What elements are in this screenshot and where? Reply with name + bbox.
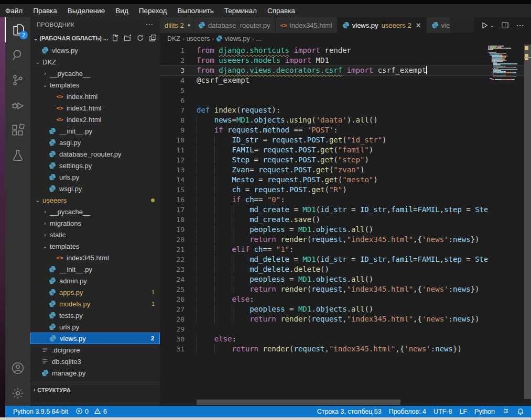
vertical-scrollbar[interactable] — [524, 45, 531, 399]
tree-item-index345-html[interactable]: <>index345.html — [30, 252, 160, 263]
tree-item-urls-py[interactable]: urls.py — [30, 171, 160, 183]
tree-item-templates[interactable]: ⌄templates — [30, 79, 160, 91]
tree-item-migrations[interactable]: ›migrations — [30, 217, 160, 229]
tab-index345-html[interactable]: <>index345.html — [276, 17, 338, 33]
line-number: 26 — [160, 294, 185, 304]
tree-item-apps-py[interactable]: apps.py1 — [30, 286, 160, 298]
tree-item--pycache-[interactable]: ›__pycache__ — [30, 206, 160, 217]
tab-database-roouter-py[interactable]: database_roouter.py — [193, 17, 276, 33]
tree-item-db-sqlite3[interactable]: db.sqlite3 — [30, 356, 160, 367]
tree-item-views-py[interactable]: views.py — [30, 45, 160, 56]
menu-item-7[interactable]: Терминал — [219, 7, 262, 15]
tree-item-dkz[interactable]: ⌄DKZ — [30, 56, 160, 68]
horizontal-scrollbar[interactable] — [197, 400, 400, 405]
refresh-icon[interactable] — [136, 34, 144, 43]
encoding-status[interactable]: UTF-8 — [430, 406, 456, 417]
tab-views-py[interactable]: views.pyuseeers 2✕ — [338, 17, 427, 33]
menu-item-6[interactable]: Выполнить — [172, 7, 219, 15]
explorer-more-actions-button[interactable]: ⋯ — [145, 20, 154, 29]
tree-item-label: database_roouter.py — [59, 150, 122, 158]
tree-item-wsgi-py[interactable]: wsgi.py — [30, 183, 160, 194]
language-mode-status[interactable]: Python — [471, 406, 499, 417]
collapse-all-icon[interactable] — [149, 34, 157, 43]
tree-item-urls-py[interactable]: urls.py — [30, 321, 160, 333]
tree-item-settings-py[interactable]: settings.py — [30, 160, 160, 171]
problems-status[interactable]: 0 6 — [72, 406, 111, 417]
tree-item-index1-html[interactable]: <>index1.html — [30, 102, 160, 114]
explorer-sidebar: ПРОВОДНИК ⋯ ⌄ (РАБОЧАЯ ОБЛАСТЬ) ... view… — [30, 17, 160, 406]
tree-item--init-py[interactable]: __init__.py — [30, 263, 160, 275]
tab-bar: diiits 2●database_roouter.py<>index345.h… — [160, 17, 531, 33]
breadcrumb-item[interactable]: views.py — [225, 35, 250, 42]
code-line-25: return render(request,"index345.html",{'… — [197, 284, 487, 294]
python-file-icon — [48, 266, 57, 273]
breadcrumb-item[interactable]: DKZ — [167, 35, 180, 42]
feedback-icon[interactable] — [499, 406, 513, 417]
breadcrumb[interactable]: DKZ›useeers›views.py›... — [160, 33, 531, 45]
tree-item-static[interactable]: ›static — [30, 229, 160, 240]
explorer-badge: 2 — [19, 31, 28, 39]
tab-vie[interactable]: vie — [427, 17, 451, 33]
minimap[interactable] — [488, 46, 524, 80]
chevron-down-icon[interactable]: ⌄ — [490, 23, 494, 28]
cursor-position-status[interactable]: Строка 3, столбец 53 — [313, 406, 385, 417]
menu-item-5[interactable]: Переход — [134, 7, 172, 15]
tree-item--init-py[interactable]: __init__.py — [30, 125, 160, 137]
run-button[interactable]: ⌄ — [480, 21, 494, 30]
tree-item-models-py[interactable]: models.py1 — [30, 298, 160, 310]
settings-gear-icon[interactable] — [5, 381, 30, 406]
account-icon[interactable] — [5, 356, 30, 381]
indentation-status[interactable]: Пробелов: 4 — [385, 406, 430, 417]
chevron-right-icon: › — [42, 71, 48, 76]
line-number: 25 — [160, 284, 185, 294]
tab-diiits-2[interactable]: diiits 2● — [160, 17, 193, 33]
code-line-27: peopless = MD1.objects.all() — [197, 304, 487, 314]
workspace-section-header[interactable]: ⌄ (РАБОЧАЯ ОБЛАСТЬ) ... — [30, 32, 160, 45]
tree-item-label: views.py — [60, 335, 86, 342]
source-control-icon[interactable] — [5, 68, 30, 93]
split-editor-button[interactable] — [501, 21, 510, 30]
menu-item-8[interactable]: Справка — [262, 7, 300, 15]
line-number: 15 — [160, 185, 185, 195]
menu-item-2[interactable]: Правка — [28, 7, 62, 15]
eol-status[interactable]: LF — [456, 406, 471, 417]
html-file-icon: <> — [280, 22, 287, 29]
breadcrumb-item[interactable]: useeers — [187, 35, 210, 42]
tree-item--pycache-[interactable]: ›__pycache__ — [30, 68, 160, 79]
menu-item-4[interactable]: Вид — [110, 7, 133, 15]
code-line-13: Zvan= request.POST.get("zvan") — [197, 165, 487, 175]
code-line-7: def index(request): — [197, 105, 487, 115]
run-debug-icon[interactable] — [5, 93, 30, 118]
breadcrumb-item[interactable]: ... — [256, 35, 261, 42]
outline-section-header[interactable]: › СТРУКТУРА — [30, 384, 160, 395]
close-icon[interactable]: ✕ — [416, 21, 421, 29]
tree-item-index-html[interactable]: <>index.html — [30, 91, 160, 102]
menu-item-1[interactable]: Файл — [0, 7, 28, 15]
tree-item-manage-py[interactable]: manage.py — [30, 367, 160, 379]
code-line-15: ch = request.POST.get("R") — [197, 185, 487, 195]
more-actions-button[interactable]: ⋯ — [516, 20, 525, 30]
new-file-icon[interactable] — [111, 34, 119, 43]
search-icon[interactable] — [5, 42, 30, 68]
notifications-bell-icon[interactable] — [513, 406, 528, 417]
tree-item--dcignore[interactable]: .dcignore — [30, 344, 160, 356]
tree-item-templates[interactable]: ⌄templates — [30, 240, 160, 252]
python-version-status[interactable]: Python 3.9.5 64-bit — [9, 406, 72, 417]
new-folder-icon[interactable] — [124, 34, 132, 43]
explorer-icon[interactable]: 2 — [5, 17, 31, 42]
tree-item-database-roouter-py[interactable]: database_roouter.py — [30, 148, 160, 160]
code-content: from django.shortcuts import renderfrom … — [197, 46, 487, 354]
tree-item-views-py[interactable]: views.py2 — [30, 333, 160, 344]
code-editor[interactable]: 1234567891011121314151617181920212223242… — [160, 45, 531, 406]
tree-item-index2-html[interactable]: <>index2.html — [30, 114, 160, 125]
tree-item-admin-py[interactable]: admin.py — [30, 275, 160, 286]
extensions-icon[interactable] — [5, 118, 30, 143]
problem-count-badge: 1 — [151, 289, 155, 295]
tree-item-asgi-py[interactable]: asgi.py — [30, 137, 160, 148]
python-file-icon — [216, 35, 223, 42]
tree-item-useeers[interactable]: ⌄useeers — [30, 194, 160, 206]
code-line-31: return render(request,"index345.html",{'… — [197, 344, 487, 354]
menu-item-3[interactable]: Выделение — [62, 7, 111, 15]
tree-item-tests-py[interactable]: tests.py — [30, 310, 160, 321]
testing-icon[interactable] — [5, 143, 30, 168]
